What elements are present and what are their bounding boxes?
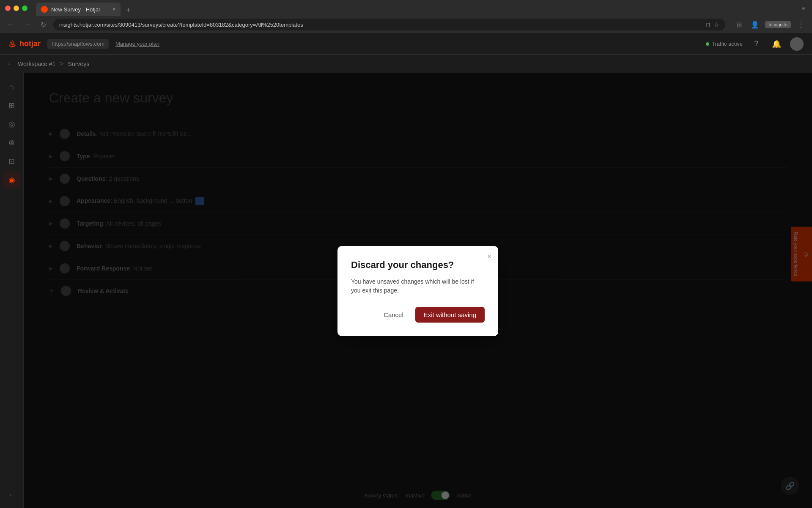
modal-actions: Cancel Exit without saving [351, 307, 485, 323]
sidebar-item-funnels[interactable]: ⊡ [3, 153, 20, 170]
sidebar-bottom: ← [3, 486, 20, 503]
discard-changes-modal: × Discard your changes? You have unsaved… [337, 246, 498, 336]
forward-button[interactable]: → [21, 19, 33, 30]
tab-title: New Survey - Hotjar [51, 6, 109, 13]
content-area: Create a new survey ▶ Details: Net Promo… [24, 73, 812, 508]
breadcrumb-back-icon[interactable]: ← [7, 60, 14, 68]
address-bar[interactable]: insights.hotjar.com/sites/3090413/survey… [53, 19, 725, 30]
traffic-lights [5, 6, 27, 11]
reload-button[interactable]: ↻ [37, 19, 49, 30]
browser-titlebar: New Survey - Hotjar × + ≡ [0, 0, 812, 16]
browser-menu-button[interactable]: ⋮ [795, 19, 807, 30]
modal-body: You have unsaved changes which will be l… [351, 277, 485, 295]
tab-favicon [41, 6, 48, 13]
tab-scroll-button[interactable]: ≡ [800, 3, 807, 13]
cancel-button[interactable]: Cancel [377, 308, 410, 322]
modal-close-button[interactable]: × [487, 253, 491, 260]
maximize-traffic-light[interactable] [22, 6, 27, 11]
traffic-label: Traffic active [712, 41, 743, 47]
cast-icon: ⊓ [706, 21, 710, 28]
sidebar: ⌂ ⊞ ◎ ⊗ ⊡ ◉ ← [0, 73, 24, 508]
active-tab[interactable]: New Survey - Hotjar × [36, 3, 121, 16]
extensions-icon[interactable]: ⊞ [733, 19, 745, 30]
browser-addressbar: ← → ↻ insights.hotjar.com/sites/3090413/… [0, 16, 812, 33]
minimize-traffic-light[interactable] [14, 6, 19, 11]
breadcrumb-workspace: Workspace #1 [18, 61, 55, 67]
topbar-right: Traffic active ? 🔔 [706, 37, 804, 51]
profile-icon[interactable]: 👤 [749, 19, 761, 30]
main-layout: ⌂ ⊞ ◎ ⊗ ⊡ ◉ ← Create a new survey ▶ Deta… [0, 73, 812, 508]
browser-tabs: New Survey - Hotjar × + [36, 0, 134, 16]
breadcrumb-section: Surveys [68, 61, 90, 67]
modal-overlay[interactable]: × Discard your changes? You have unsaved… [24, 73, 812, 508]
browser-chrome: New Survey - Hotjar × + ≡ ← → ↻ insights… [0, 0, 812, 33]
sidebar-item-surveys[interactable]: ◉ [3, 171, 20, 188]
address-icons: ⊓ ☆ [706, 21, 719, 28]
app-container: ♨ hotjar https://snapflows.com Manage yo… [0, 33, 812, 508]
new-tab-button[interactable]: + [122, 4, 134, 16]
close-traffic-light[interactable] [5, 6, 11, 11]
sidebar-item-dashboard[interactable]: ⊞ [3, 97, 20, 114]
bookmark-icon[interactable]: ☆ [714, 21, 719, 28]
exit-without-saving-button[interactable]: Exit without saving [415, 307, 485, 323]
back-button[interactable]: ← [5, 19, 17, 30]
topbar-url: https://snapflows.com [47, 39, 109, 49]
browser-right-icons: ⊞ 👤 Incognito ⋮ [733, 19, 807, 30]
sidebar-item-heatmaps[interactable]: ⊗ [3, 134, 20, 151]
hotjar-logo: ♨ hotjar [8, 39, 41, 49]
hotjar-logo-icon: ♨ [8, 39, 16, 49]
sidebar-item-home[interactable]: ⌂ [3, 78, 20, 95]
modal-title: Discard your changes? [351, 260, 485, 271]
breadcrumb-bar: ← Workspace #1 > Surveys [0, 55, 812, 73]
hotjar-logo-text: hotjar [19, 39, 41, 48]
sidebar-item-collapse[interactable]: ← [3, 486, 20, 503]
traffic-active-indicator: Traffic active [706, 41, 743, 47]
incognito-badge: Incognito [765, 21, 791, 28]
manage-plan-link[interactable]: Manage your plan [115, 41, 159, 47]
app-topbar: ♨ hotjar https://snapflows.com Manage yo… [0, 33, 812, 55]
address-text: insights.hotjar.com/sites/3090413/survey… [59, 22, 303, 28]
search-icon[interactable]: ? [749, 37, 763, 51]
breadcrumb-separator: > [60, 60, 63, 68]
traffic-dot [706, 42, 709, 46]
sidebar-item-recordings[interactable]: ◎ [3, 116, 20, 133]
notifications-icon[interactable]: 🔔 [770, 37, 783, 51]
tab-close-button[interactable]: × [112, 6, 115, 12]
avatar[interactable] [790, 37, 804, 51]
